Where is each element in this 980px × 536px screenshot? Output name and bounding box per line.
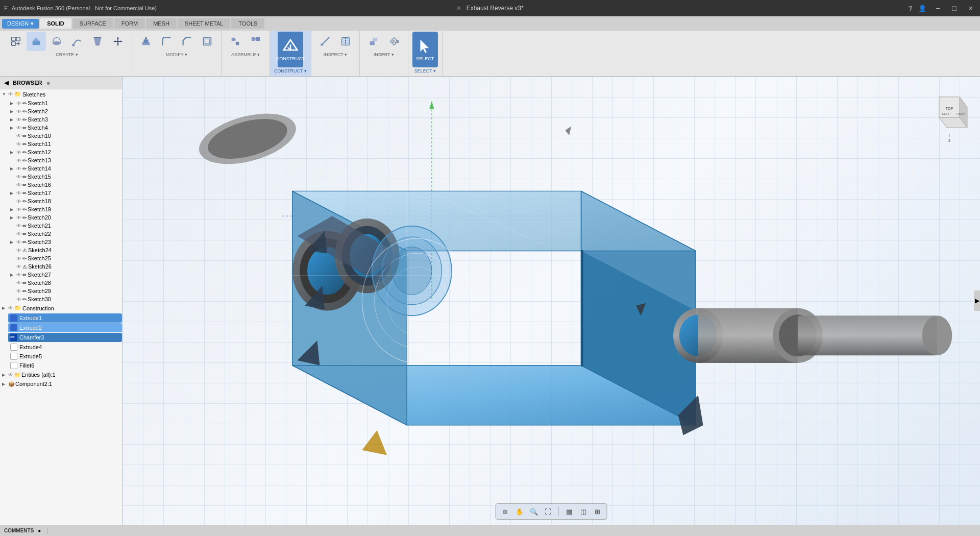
construct-main-btn[interactable]: CONSTRUCT	[278, 32, 303, 67]
insert-label[interactable]: INSERT ▾	[374, 52, 394, 57]
chamfer3-label: Chamfer3	[19, 334, 44, 340]
sketch10-label: Sketch10	[28, 133, 51, 139]
visual-style-btn[interactable]: ◫	[577, 505, 590, 518]
move-btn[interactable]	[108, 32, 128, 51]
zoom-extents-btn[interactable]: ⛶	[542, 505, 554, 518]
new-component-btn[interactable]	[6, 32, 26, 51]
chamfer-btn[interactable]	[177, 32, 197, 51]
assemble-label[interactable]: ASSEMBLE ▾	[231, 52, 260, 57]
sketch28-item[interactable]: ▶ 👁 ✏ Sketch28	[8, 279, 122, 287]
rigid-group-btn[interactable]	[246, 32, 265, 51]
sketch28-label: Sketch28	[28, 280, 51, 286]
extrude5-item[interactable]: Extrude5	[8, 352, 122, 361]
shell-btn[interactable]	[198, 32, 217, 51]
section-analysis-btn[interactable]	[336, 32, 355, 51]
pan-btn[interactable]: ✋	[513, 505, 526, 518]
s28-icon: ✏	[22, 280, 27, 286]
insert-derive-btn[interactable]	[364, 32, 383, 51]
revolve-btn[interactable]	[47, 32, 66, 51]
help-icon[interactable]: ?	[909, 5, 912, 12]
svg-text:2: 2	[948, 139, 950, 142]
tab-solid[interactable]: SOLID	[40, 18, 71, 29]
sketch3-item[interactable]: ▶ 👁 ✏ Sketch3	[8, 115, 122, 124]
f6-icon	[10, 362, 17, 369]
measure-btn[interactable]	[315, 32, 335, 51]
press-pull-btn[interactable]	[136, 32, 156, 51]
sketch1-item[interactable]: ▶ 👁 ✏ Sketch1	[8, 99, 122, 107]
sketch13-item[interactable]: ▶ 👁 ✏ Sketch13	[8, 156, 122, 164]
browser-toggle[interactable]: ●	[46, 79, 50, 87]
extrude4-item[interactable]: Extrude4	[8, 343, 122, 352]
nav-cube[interactable]: TOP LEFT FRONT ↑ 2	[924, 82, 975, 143]
chamfer3-item[interactable]: ✏ Chamfer3	[8, 333, 122, 342]
entities-section-header[interactable]: ▶ 👁 📁 Entities (all):1	[0, 370, 122, 379]
file-tab-name: Exhaust Reverse v3*	[467, 5, 524, 12]
maximize-button[interactable]: □	[949, 3, 959, 13]
tab-mesh[interactable]: MESH	[146, 18, 177, 29]
sketch20-item[interactable]: ▶ 👁 ✏ Sketch20	[8, 213, 122, 222]
fillet-btn[interactable]	[157, 32, 176, 51]
tab-form[interactable]: FORM	[114, 18, 145, 29]
sketch21-item[interactable]: ▶ 👁 ✏ Sketch21	[8, 222, 122, 230]
construction-section-header[interactable]: ▶ 👁 📁 Construction	[0, 303, 122, 313]
loft-btn[interactable]	[88, 32, 107, 51]
sketch15-item[interactable]: ▶ 👁 ✏ Sketch15	[8, 173, 122, 181]
tab-surface[interactable]: SURFACE	[72, 18, 113, 29]
sketch19-item[interactable]: ▶ 👁 ✏ Sketch19	[8, 205, 122, 213]
extrude1-item[interactable]: Extrude1	[8, 313, 122, 323]
inspect-label-text: INSPECT ▾	[324, 52, 347, 57]
create-label[interactable]: CREATE ▾	[56, 52, 78, 57]
sketch23-item[interactable]: ▶ 👁 ✏ Sketch23	[8, 238, 122, 246]
zoom-btn[interactable]: 🔍	[528, 505, 540, 518]
comments-label: COMMENTS	[4, 528, 34, 533]
extrude-btn[interactable]	[27, 32, 46, 51]
sketch11-item[interactable]: ▶ 👁 ✏ Sketch11	[8, 140, 122, 148]
sketch22-item[interactable]: ▶ 👁 ✏ Sketch22	[8, 230, 122, 238]
sketch25-item[interactable]: ▶ 👁 ✏ Sketch25	[8, 254, 122, 262]
design-dropdown[interactable]: DESIGN ▾	[2, 19, 39, 29]
grid-settings-btn[interactable]: ⊞	[592, 505, 604, 518]
extrude2-item[interactable]: Extrude2	[8, 323, 122, 332]
construct-label[interactable]: CONSTRUCT ▾	[274, 68, 307, 74]
insert-svg-btn[interactable]: SVG	[384, 32, 404, 51]
viewport-right-arrow[interactable]: ▶	[974, 290, 980, 311]
sketch17-item[interactable]: ▶ 👁 ✏ Sketch17	[8, 189, 122, 197]
sketch29-item[interactable]: ▶ 👁 ✏ Sketch29	[8, 287, 122, 295]
browser-collapse-btn[interactable]: ◀	[4, 79, 9, 86]
sketch10-item[interactable]: ▶ 👁 ✏ Sketch10	[8, 132, 122, 140]
fillet6-item[interactable]: Fillet6	[8, 361, 122, 370]
component2-section-header[interactable]: ▶ 📦 Component2:1	[0, 379, 122, 388]
account-icon[interactable]: 👤	[918, 5, 926, 12]
modify-label[interactable]: MODIFY ▾	[166, 52, 187, 57]
sketch27-item[interactable]: ▶ 👁 ✏ Sketch27	[8, 271, 122, 279]
sketches-section-header[interactable]: ▼ 👁 📁 Sketches	[0, 89, 122, 99]
select-label[interactable]: SELECT ▾	[414, 68, 436, 74]
sketch30-item[interactable]: ▶ 👁 ✏ Sketch30	[8, 295, 122, 303]
minimize-button[interactable]: −	[933, 3, 943, 13]
viewport[interactable]: TOP LEFT FRONT ↑ 2 ⊕ ✋ 🔍 ⛶ ▦ ◫ ⊞ ▶	[122, 77, 980, 525]
sketch18-item[interactable]: ▶ 👁 ✏ Sketch18	[8, 197, 122, 205]
joint-btn[interactable]	[226, 32, 245, 51]
tab-sheet-metal[interactable]: SHEET METAL	[178, 18, 230, 29]
sweep-btn[interactable]	[67, 32, 87, 51]
file-close-x[interactable]: ✕	[456, 5, 461, 12]
select-main-btn[interactable]: SELECT	[412, 32, 438, 67]
sketch24-item[interactable]: ▶ 👁 ⚠ Sketch24	[8, 246, 122, 254]
comments-toggle[interactable]: ●	[38, 528, 41, 533]
orbit-btn[interactable]: ⊕	[499, 505, 511, 518]
sketch12-item[interactable]: ▶ 👁 ✏ Sketch12	[8, 148, 122, 156]
sketch2-item[interactable]: ▶ 👁 ✏ Sketch2	[8, 107, 122, 115]
inspect-label[interactable]: INSPECT ▾	[324, 52, 347, 57]
svg-marker-13	[117, 44, 119, 46]
tab-tools[interactable]: TOOLS	[231, 18, 264, 29]
display-mode-btn[interactable]: ▦	[563, 505, 575, 518]
close-button[interactable]: ×	[966, 3, 976, 13]
s2-eye: 👁	[16, 109, 21, 114]
sketch14-item[interactable]: ▶ 👁 ✏ Sketch14	[8, 164, 122, 173]
svg-text:TOP: TOP	[946, 107, 953, 110]
sketch16-item[interactable]: ▶ 👁 ✏ Sketch16	[8, 181, 122, 189]
s23-eye: 👁	[16, 239, 21, 245]
sketch26-item[interactable]: ▶ 👁 ⚠ Sketch26	[8, 262, 122, 271]
sketch4-item[interactable]: ▶ 👁 ✏ Sketch4	[8, 124, 122, 132]
svg-marker-40	[565, 127, 571, 136]
